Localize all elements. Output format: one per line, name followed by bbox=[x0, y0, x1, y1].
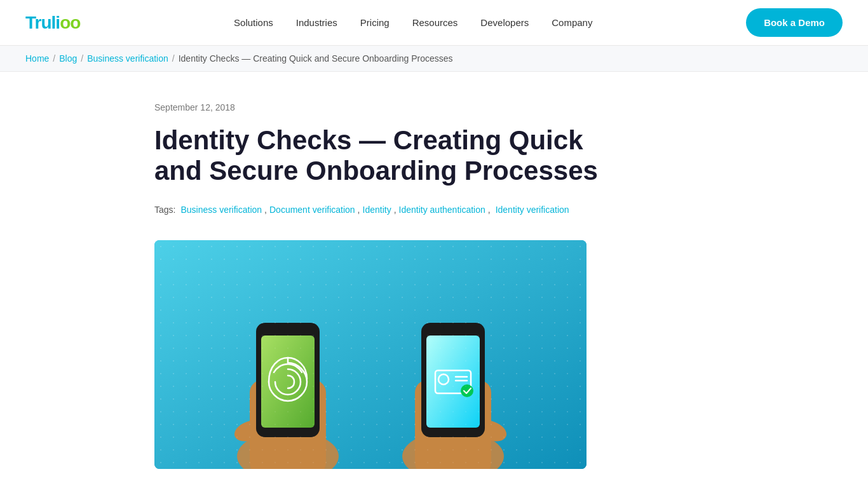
svg-point-17 bbox=[438, 374, 449, 384]
svg-rect-4 bbox=[250, 380, 326, 469]
svg-point-3 bbox=[237, 431, 339, 469]
breadcrumb-blog[interactable]: Blog bbox=[59, 53, 77, 64]
tag-identity-authentication[interactable]: Identity authentication bbox=[399, 205, 485, 215]
svg-rect-7 bbox=[261, 336, 315, 428]
book-demo-button[interactable]: Book a Demo bbox=[746, 8, 843, 37]
svg-point-5 bbox=[231, 416, 268, 445]
logo-truli: Truli bbox=[25, 13, 60, 33]
tag-identity-verification[interactable]: Identity verification bbox=[496, 205, 569, 215]
breadcrumb-sep-1: / bbox=[53, 53, 55, 64]
main-nav: Solutions Industries Pricing Resources D… bbox=[234, 17, 592, 28]
svg-rect-15 bbox=[444, 324, 463, 330]
logo-oo: oo bbox=[60, 13, 80, 33]
breadcrumb-category[interactable]: Business verification bbox=[87, 53, 168, 64]
svg-rect-13 bbox=[421, 323, 485, 437]
tag-document-verification[interactable]: Document verification bbox=[269, 205, 355, 215]
nav-company[interactable]: Company bbox=[552, 17, 592, 28]
svg-rect-6 bbox=[256, 323, 320, 437]
svg-rect-11 bbox=[415, 380, 491, 469]
post-title: Identity Checks — Creating Quick and Sec… bbox=[154, 125, 599, 187]
breadcrumb-sep-2: / bbox=[81, 53, 83, 64]
svg-point-10 bbox=[402, 431, 504, 469]
breadcrumb-sep-3: / bbox=[172, 53, 175, 64]
svg-rect-16 bbox=[435, 370, 471, 393]
svg-rect-14 bbox=[426, 336, 480, 428]
site-header: Trulioo Solutions Industries Pricing Res… bbox=[0, 0, 868, 46]
svg-point-20 bbox=[461, 384, 473, 397]
svg-rect-2 bbox=[154, 240, 587, 469]
breadcrumb-current: Identity Checks — Creating Quick and Sec… bbox=[179, 53, 453, 64]
nav-pricing[interactable]: Pricing bbox=[360, 17, 390, 28]
hero-image bbox=[154, 240, 587, 469]
main-content: September 12, 2018 Identity Checks — Cre… bbox=[129, 72, 739, 469]
nav-industries[interactable]: Industries bbox=[296, 17, 337, 28]
post-date: September 12, 2018 bbox=[154, 102, 714, 112]
logo[interactable]: Trulioo bbox=[25, 13, 80, 33]
nav-solutions[interactable]: Solutions bbox=[234, 17, 273, 28]
tag-identity[interactable]: Identity bbox=[363, 205, 391, 215]
breadcrumb: Home / Blog / Business verification / Id… bbox=[0, 46, 868, 72]
tags-label: Tags: bbox=[154, 205, 175, 215]
breadcrumb-home[interactable]: Home bbox=[25, 53, 49, 64]
hero-svg bbox=[154, 240, 587, 469]
tags-section: Tags: Business verification, Document ve… bbox=[154, 205, 714, 215]
svg-rect-8 bbox=[278, 324, 297, 330]
svg-point-12 bbox=[473, 416, 509, 445]
tag-business-verification[interactable]: Business verification bbox=[180, 205, 262, 215]
svg-rect-0 bbox=[154, 240, 587, 469]
nav-resources[interactable]: Resources bbox=[412, 17, 458, 28]
nav-developers[interactable]: Developers bbox=[480, 17, 529, 28]
